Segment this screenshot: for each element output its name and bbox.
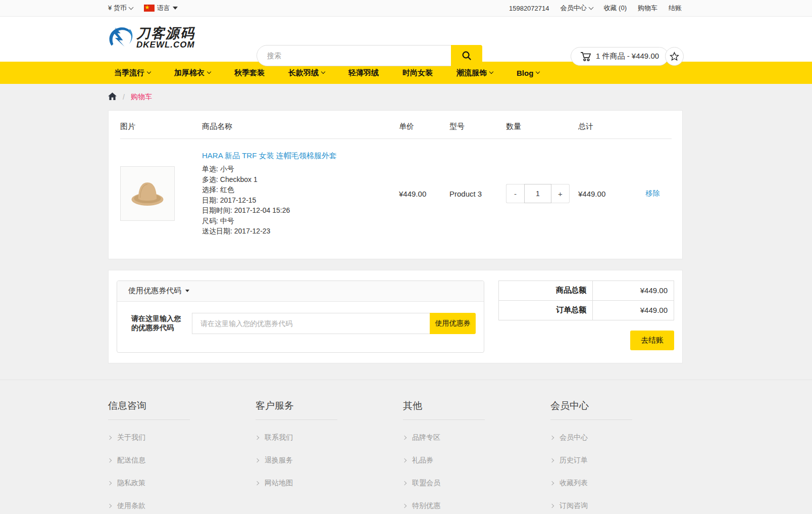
chevron-down-icon [489, 70, 493, 74]
quantity-input[interactable] [524, 184, 551, 203]
checkout-button[interactable]: 去结账 [630, 331, 674, 350]
chevron-down-icon [536, 70, 540, 74]
footer-link-affiliates[interactable]: 联盟会员 [403, 479, 550, 488]
totals-label: 商品总额 [499, 281, 593, 300]
chevron-right-icon [402, 435, 407, 439]
footer-col-title: 会员中心 [550, 399, 698, 419]
chevron-right-icon [255, 458, 259, 462]
product-attribute: 选择: 红色 [202, 184, 399, 195]
language-selector[interactable]: 语言 [144, 4, 178, 13]
col-header-name: 商品名称 [202, 114, 399, 139]
footer-link-privacy[interactable]: 隐私政策 [108, 479, 256, 488]
wishlist-button[interactable] [665, 47, 684, 66]
footer-link-my-account[interactable]: 会员中心 [550, 433, 698, 442]
product-attribute: 日期时间: 2017-12-04 15:26 [202, 205, 399, 216]
col-header-image: 图片 [120, 114, 202, 139]
nav-item-seasonal-trends[interactable]: 当季流行 [114, 68, 174, 78]
home-link[interactable] [108, 92, 117, 102]
currency-selector[interactable]: ¥ 货币 [108, 4, 133, 13]
currency-label: ¥ 货币 [108, 4, 127, 13]
cart-table: 图片 商品名称 单价 型号 数量 总计 [120, 114, 672, 249]
coupon-code-input[interactable] [192, 313, 430, 334]
footer-link-contact[interactable]: 联系我们 [256, 433, 403, 442]
search-icon [461, 50, 472, 61]
chevron-right-icon [255, 435, 259, 439]
quantity-stepper: - + [506, 184, 578, 203]
divider [550, 419, 632, 420]
product-image[interactable] [120, 166, 175, 221]
col-header-unit-price: 单价 [399, 114, 449, 139]
chevron-right-icon [108, 458, 112, 462]
product-attribute: 送达日期: 2017-12-23 [202, 226, 399, 237]
chevron-down-icon [128, 5, 133, 10]
footer-link-sitemap[interactable]: 网站地图 [256, 479, 403, 488]
chevron-right-icon [550, 481, 554, 485]
nav-item-long-down[interactable]: 长款羽绒 [288, 68, 348, 78]
col-header-quantity: 数量 [506, 114, 578, 139]
chevron-right-icon [255, 481, 259, 485]
footer-link-terms[interactable]: 使用条款 [108, 501, 256, 510]
footer-link-brands[interactable]: 品牌专区 [403, 433, 550, 442]
footer-link-delivery[interactable]: 配送信息 [108, 456, 256, 465]
logo-title: 刀客源码 [136, 27, 195, 40]
language-label: 语言 [157, 4, 170, 13]
footer-link-gift-vouchers[interactable]: 礼品券 [403, 456, 550, 465]
nav-item-blog[interactable]: Blog [517, 69, 563, 77]
caret-down-icon [185, 290, 189, 292]
footer-link-order-history[interactable]: 历史订单 [550, 456, 698, 465]
caret-down-icon [173, 7, 178, 10]
footer-link-wishlist[interactable]: 收藏列表 [550, 479, 698, 488]
divider [403, 419, 485, 420]
nav-item-fashion-women[interactable]: 时尚女装 [402, 68, 456, 78]
search-button[interactable] [451, 45, 482, 66]
nav-item-trendy-apparel[interactable]: 潮流服饰 [456, 68, 517, 78]
breadcrumb-cart[interactable]: 购物车 [131, 92, 152, 102]
footer-col-customer-service: 客户服务 联系我们 退换服务 网站地图 [256, 399, 403, 514]
breadcrumb: / 购物车 [0, 84, 812, 110]
remove-item-link[interactable]: 移除 [646, 189, 660, 197]
straw-hat-image [126, 172, 169, 215]
totals-table: 商品总额 ¥449.00 订单总额 ¥449.00 [498, 281, 674, 320]
chevron-down-icon [207, 70, 211, 74]
footer-link-newsletter[interactable]: 订阅咨询 [550, 501, 698, 510]
header-cart-summary[interactable]: 1 件商品 - ¥449.00 [571, 47, 669, 66]
footer-link-returns[interactable]: 退换服务 [256, 456, 403, 465]
quantity-decrease-button[interactable]: - [506, 184, 524, 203]
nav-item-light-down[interactable]: 轻薄羽绒 [348, 68, 402, 78]
nav-item-thick-cotton[interactable]: 加厚棉衣 [174, 68, 234, 78]
site-logo[interactable]: 刀客源码 DKEWL.COM [108, 24, 195, 52]
cart-icon [580, 52, 591, 62]
footer-col-title: 其他 [403, 399, 550, 419]
member-center-menu[interactable]: 会员中心 [561, 4, 593, 13]
chevron-right-icon [550, 458, 554, 462]
quantity-increase-button[interactable]: + [551, 184, 570, 203]
footer-link-about[interactable]: 关于我们 [108, 433, 256, 442]
nav-item-autumn-sets[interactable]: 秋季套装 [234, 68, 288, 78]
coupon-accordion: 使用优惠券代码 请在这里输入您的优惠券代码 使用优惠券 [117, 281, 484, 353]
product-attribute: 日期: 2017-12-15 [202, 195, 399, 206]
product-title-link[interactable]: HARA 新品 TRF 女装 连帽毛领棉服外套 [202, 151, 337, 161]
chevron-down-icon [321, 70, 325, 74]
cart-link[interactable]: 购物车 [638, 4, 657, 13]
search-input[interactable] [257, 45, 451, 66]
coupon-accordion-header[interactable]: 使用优惠券代码 [117, 281, 484, 302]
cart-panel: 图片 商品名称 单价 型号 数量 总计 [108, 110, 683, 259]
footer-col-extras: 其他 品牌专区 礼品券 联盟会员 特别优惠 [403, 399, 550, 514]
apply-coupon-button[interactable]: 使用优惠券 [430, 313, 476, 334]
totals-label: 订单总额 [499, 300, 593, 320]
chevron-down-icon [588, 5, 593, 10]
order-totals: 商品总额 ¥449.00 订单总额 ¥449.00 去结账 [498, 281, 674, 353]
checkout-link[interactable]: 结账 [669, 4, 682, 13]
footer-link-specials[interactable]: 特别优惠 [403, 501, 550, 510]
coupon-field-label: 请在这里输入您的优惠券代码 [131, 313, 182, 334]
coupon-header-label: 使用优惠券代码 [128, 286, 181, 296]
wishlist-link[interactable]: 收藏 (0) [604, 4, 627, 13]
product-model: Product 3 [449, 139, 506, 249]
cart-summary-text: 1 件商品 - ¥449.00 [596, 52, 659, 61]
footer: 信息咨询 关于我们 配送信息 隐私政策 使用条款 客户服务 联系我们 退换服务 … [0, 380, 812, 514]
logo-subtitle: DKEWL.COM [136, 40, 195, 49]
star-icon [670, 52, 679, 61]
logo-swoosh-icon [108, 24, 134, 52]
footer-col-title: 客户服务 [256, 399, 403, 419]
checkout-panel: 使用优惠券代码 请在这里输入您的优惠券代码 使用优惠券 商品总额 ¥449.00… [108, 270, 683, 363]
